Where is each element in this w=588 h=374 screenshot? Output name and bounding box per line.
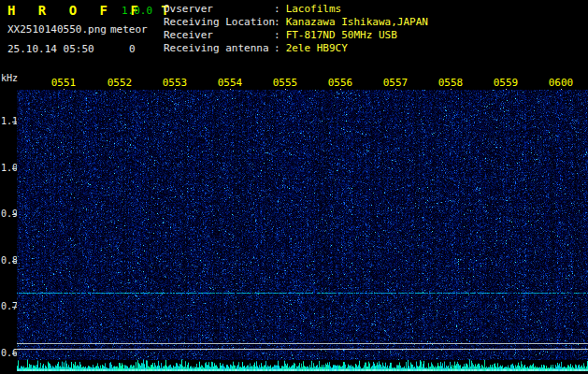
- time-label: 0556: [328, 77, 353, 89]
- time-label: 0554: [218, 77, 243, 89]
- time-label: 0552: [108, 77, 133, 89]
- time-label: 0551: [51, 77, 77, 89]
- output-filename: XX2510140550.png: [7, 23, 107, 36]
- mode-label: meteor: [110, 23, 148, 36]
- info-row-antenna: Receiving antenna:2ele HB9CY: [164, 42, 428, 55]
- info-row-observer: Ovserver:Lacofilms: [164, 3, 428, 16]
- time-label: 0553: [163, 77, 188, 89]
- time-label: 0559: [494, 77, 519, 89]
- spectrogram-canvas: [17, 90, 588, 360]
- info-label: Receiving Location: [164, 16, 274, 29]
- info-colon: :: [274, 42, 280, 54]
- signal-level-canvas: [17, 359, 588, 374]
- info-label: Receiver: [164, 29, 274, 42]
- info-value: Kanazawa Ishikawa,JAPAN: [286, 16, 428, 28]
- time-label: 0558: [438, 77, 464, 89]
- info-value: FT-817ND 50MHz USB: [286, 29, 397, 41]
- hrofft-output-window: H R O F F T 1.0.0 XX2510140550.png meteo…: [0, 0, 588, 374]
- freq-unit-label: kHz: [1, 73, 18, 83]
- app-version: 1.0.0: [122, 5, 152, 17]
- time-label: 0555: [273, 77, 298, 89]
- info-row-location: Receiving Location:Kanazawa Ishikawa,JAP…: [164, 16, 428, 29]
- station-info: Ovserver:Lacofilms Receiving Location:Ka…: [164, 3, 428, 55]
- info-row-receiver: Receiver:FT-817ND 50MHz USB: [164, 29, 428, 42]
- meteor-count: 0: [129, 43, 136, 55]
- info-colon: :: [274, 16, 280, 28]
- info-colon: :: [274, 3, 280, 15]
- info-value: Lacofilms: [286, 3, 342, 15]
- info-label: Ovserver: [164, 3, 274, 16]
- info-colon: :: [274, 29, 280, 41]
- time-label: 0600: [549, 77, 574, 89]
- info-label: Receiving antenna: [164, 42, 274, 55]
- observation-datetime: 25.10.14 05:50: [7, 43, 94, 55]
- info-value: 2ele HB9CY: [286, 42, 348, 54]
- time-label: 0557: [383, 77, 409, 89]
